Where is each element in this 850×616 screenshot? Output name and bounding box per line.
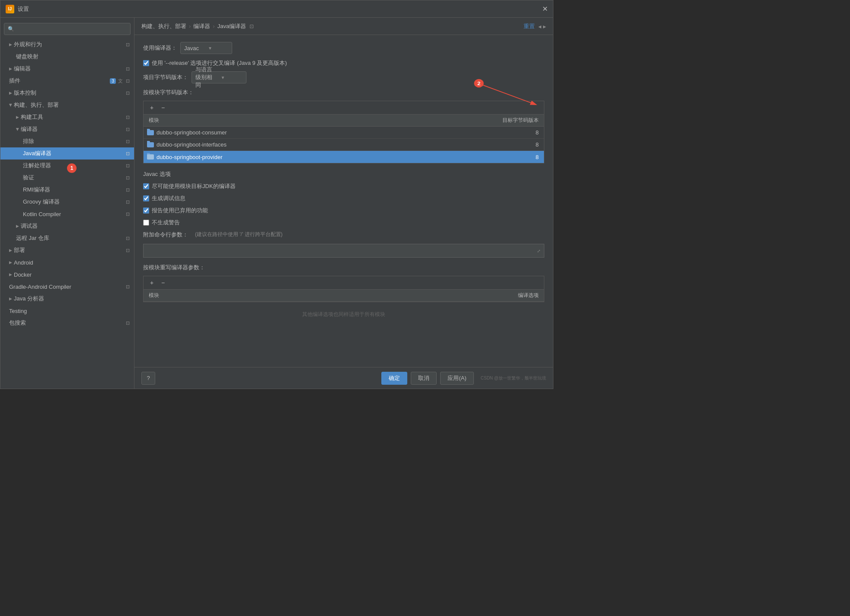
sidebar-item-compiler[interactable]: ▶ 编译器 ⊡ [0, 123, 134, 135]
nav-back-button[interactable]: ◂ [538, 23, 541, 30]
additional-args-hint: (建议在路径中使用 '/' 进行跨平台配置) [195, 231, 544, 238]
sidebar-item-debugger[interactable]: ▶ 调试器 [0, 220, 134, 232]
sidebar-item-docker[interactable]: ▶ Docker [0, 268, 134, 281]
add-module-button[interactable]: + [147, 103, 157, 112]
javac-option-3: 报告使用已弃用的功能 [143, 207, 544, 214]
settings-icon: ⊡ [125, 90, 131, 96]
sidebar-item-rmi-compiler[interactable]: RMI编译器 ⊡ [0, 184, 134, 196]
table-row[interactable]: dubbo-springboot-interfaces 8 [144, 139, 544, 151]
apply-button[interactable]: 应用(A) [440, 372, 473, 385]
breadcrumb-part-2[interactable]: 编译器 [193, 22, 210, 30]
settings-icon: ⊡ [125, 320, 131, 326]
javac-option-1-checkbox[interactable] [143, 183, 149, 189]
sidebar-item-label: 注解处理器 [23, 162, 125, 169]
close-button[interactable]: ✕ [542, 6, 548, 13]
use-compiler-value: Javac [184, 45, 205, 51]
remove-override-button[interactable]: − [158, 278, 168, 287]
settings-icon: ⊡ [125, 150, 131, 156]
additional-args-input[interactable]: ⤢ [143, 244, 544, 258]
sidebar-item-editor[interactable]: ▶ 编辑器 ⊡ [0, 63, 134, 75]
additional-args-label: 附加命令行参数： [143, 231, 188, 239]
target-col: 8 [457, 154, 544, 160]
reset-button[interactable]: 重置 [524, 22, 535, 30]
title-bar-text: 设置 [18, 5, 29, 13]
settings-icon: ⊡ [125, 163, 131, 169]
sidebar-item-label: Groovy 编译器 [23, 198, 125, 206]
sidebar-item-build[interactable]: ▶ 构建、执行、部署 [0, 99, 134, 111]
settings-icon: ⊡ [125, 138, 131, 144]
col-target-header: 目标字节码版本 [457, 117, 544, 124]
folder-icon [147, 130, 154, 135]
module-bytecode-table: + − 模块 目标字节码版本 dubbo-springboot-consumer… [143, 101, 544, 163]
settings-icon: ⊡ [125, 284, 131, 290]
module-col: dubbo-springboot-consumer [144, 129, 457, 136]
nav-forward-button[interactable]: ▸ [543, 23, 546, 30]
sidebar-item-label: 远程 Jar 仓库 [16, 234, 125, 242]
module-name: dubbo-springboot-interfaces [157, 141, 227, 148]
sidebar-item-label: 排除 [23, 137, 125, 145]
confirm-button[interactable]: 确定 [381, 372, 407, 385]
chevron-down-icon: ▼ [208, 46, 228, 51]
table-row[interactable]: dubbo-springboot-consumer 8 [144, 127, 544, 139]
sidebar-item-exclusions[interactable]: 排除 ⊡ [0, 135, 134, 147]
content-area: 使用编译器： Javac ▼ 使用 '--release' 选项进行交叉编译 (… [134, 35, 553, 367]
sidebar-item-keymap[interactable]: 键盘映射 [0, 51, 134, 63]
sidebar-item-appearance[interactable]: ▶ 外观和行为 ⊡ [0, 38, 134, 51]
expand-icon: ▶ [9, 91, 12, 95]
expand-icon[interactable]: ⤢ [537, 249, 540, 253]
help-button[interactable]: ? [141, 372, 155, 385]
module-bytecode-label: 按模块字节码版本： [143, 89, 544, 96]
sidebar-item-java-analysis[interactable]: ▶ Java 分析器 [0, 293, 134, 305]
javac-option-4-checkbox[interactable] [143, 220, 149, 226]
table-row[interactable]: dubbo-springboot-provider 8 [144, 151, 544, 163]
sidebar-item-label: 部署 [14, 246, 125, 254]
sidebar-item-label: Java 分析器 [14, 295, 131, 303]
remove-module-button[interactable]: − [158, 103, 168, 112]
settings-icon: ⊡ [125, 247, 131, 253]
sidebar-item-plugins[interactable]: 插件 3 文 ⊡ [0, 75, 134, 87]
sidebar-item-label: 构建工具 [21, 113, 125, 121]
search-input[interactable] [16, 26, 127, 32]
right-panel: 构建、执行、部署 › 编译器 › Java编译器 ⊡ 重置 ◂ ▸ 使用编译器： [134, 18, 553, 389]
search-box[interactable]: 🔍 [4, 23, 131, 35]
javac-option-3-checkbox[interactable] [143, 207, 149, 214]
sidebar-item-validation[interactable]: 验证 ⊡ [0, 172, 134, 184]
use-compiler-select[interactable]: Javac ▼ [180, 42, 232, 54]
sidebar-item-java-compiler[interactable]: Java编译器 ⊡ [0, 147, 134, 160]
expand-icon: ▶ [16, 115, 19, 119]
module-col: dubbo-springboot-provider [144, 154, 457, 160]
settings-icon: ⊡ [125, 114, 131, 120]
sidebar-item-label: 包搜索 [9, 319, 125, 327]
sidebar-item-groovy-compiler[interactable]: Groovy 编译器 ⊡ [0, 196, 134, 208]
expand-icon: ▶ [9, 260, 12, 265]
settings-icon: ⊡ [125, 78, 131, 84]
module-col: dubbo-springboot-interfaces [144, 141, 457, 148]
sidebar-item-label: 构建、执行、部署 [14, 101, 131, 109]
settings-icon: ⊡ [125, 66, 131, 72]
expand-icon: ▶ [16, 128, 20, 131]
add-override-button[interactable]: + [147, 278, 157, 287]
sidebar-item-label: Gradle-Android Compiler [9, 284, 125, 290]
cancel-button[interactable]: 取消 [411, 372, 437, 385]
sidebar-item-deploy[interactable]: ▶ 部署 ⊡ [0, 244, 134, 256]
sidebar-item-label: 插件 [9, 77, 110, 85]
sidebar-item-vcs[interactable]: ▶ 版本控制 ⊡ [0, 87, 134, 99]
sidebar-item-kotlin-compiler[interactable]: Kotlin Compiler ⊡ [0, 208, 134, 220]
sidebar-item-package-search[interactable]: 包搜索 ⊡ [0, 317, 134, 329]
javac-option-2-checkbox[interactable] [143, 195, 149, 201]
folder-icon [147, 142, 154, 147]
sidebar-item-gradle-android[interactable]: Gradle-Android Compiler ⊡ [0, 281, 134, 293]
cross-compile-checkbox[interactable] [143, 60, 149, 66]
table-toolbar: + − [144, 101, 544, 115]
sidebar-item-annotation-processor[interactable]: 注解处理器 ⊡ [0, 160, 134, 172]
project-bytecode-row: 项目字节码版本： 与语言级别相同 ▼ [143, 71, 544, 83]
project-bytecode-select[interactable]: 与语言级别相同 ▼ [192, 71, 246, 83]
sidebar-item-testing[interactable]: Testing [0, 305, 134, 317]
sidebar-item-build-tools[interactable]: ▶ 构建工具 ⊡ [0, 111, 134, 123]
sidebar-item-remote-jar[interactable]: 远程 Jar 仓库 ⊡ [0, 232, 134, 244]
project-bytecode-value: 与语言级别相同 [195, 66, 217, 89]
sidebar-item-label: 编译器 [21, 125, 125, 133]
sidebar-item-android[interactable]: ▶ Android [0, 256, 134, 268]
breadcrumb-part-1[interactable]: 构建、执行、部署 [141, 22, 186, 30]
translate-icon: 文 [117, 78, 123, 84]
